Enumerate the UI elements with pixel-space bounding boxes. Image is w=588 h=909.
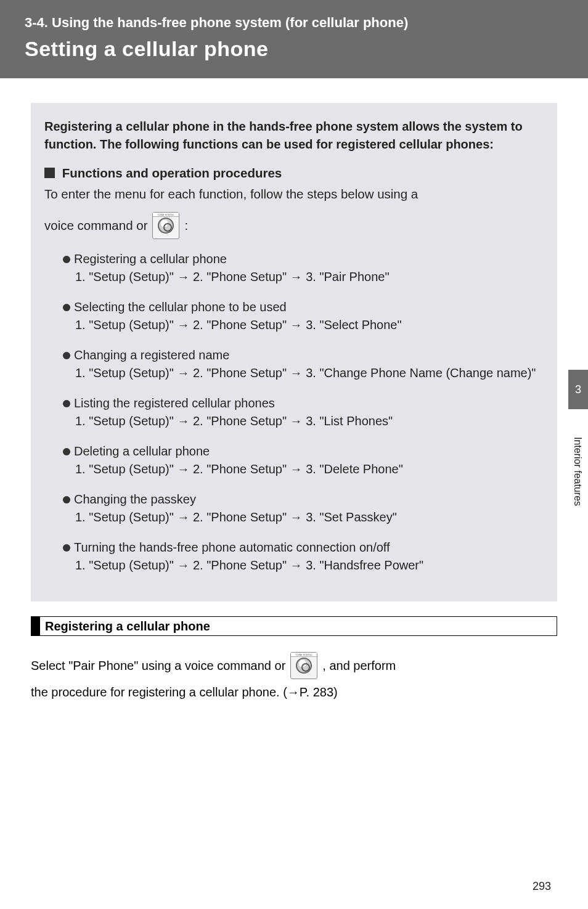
disc-bullet-icon bbox=[63, 400, 70, 407]
item-title: Changing the passkey bbox=[74, 492, 196, 506]
header-title: Setting a cellular phone bbox=[25, 37, 563, 61]
item-body: 1. "Setup (Setup)" → 2. "Phone Setup" → … bbox=[63, 556, 544, 574]
item-title: Listing the registered cellular phones bbox=[74, 396, 275, 410]
list-item: Listing the registered cellular phones 1… bbox=[63, 394, 544, 430]
chapter-label: Interior features bbox=[570, 419, 586, 524]
content-block: Registering a cellular phone in the hand… bbox=[31, 103, 557, 601]
item-body: 1. "Setup (Setup)" → 2. "Phone Setup" → … bbox=[63, 412, 544, 430]
list-item: Turning the hands-free phone automatic c… bbox=[63, 539, 544, 574]
disc-bullet-icon bbox=[63, 448, 70, 455]
lead2-after: : bbox=[184, 218, 188, 233]
section-lead-line2: voice command or TUNE SCROLL : bbox=[44, 212, 544, 239]
registering-line1-before: Select "Pair Phone" using a voice comman… bbox=[31, 654, 285, 677]
title-bar-icon bbox=[31, 617, 40, 635]
square-bullet-icon bbox=[44, 168, 55, 178]
header-super: 3-4. Using the hands-free phone system (… bbox=[25, 15, 563, 31]
item-body: 1. "Setup (Setup)" → 2. "Phone Setup" → … bbox=[63, 364, 544, 382]
registering-section: Registering a cellular phone Select "Pai… bbox=[31, 616, 557, 704]
item-title: Deleting a cellular phone bbox=[74, 444, 210, 458]
item-body: 1. "Setup (Setup)" → 2. "Phone Setup" → … bbox=[63, 508, 544, 526]
item-body: 1. "Setup (Setup)" → 2. "Phone Setup" → … bbox=[63, 268, 544, 286]
list-item: Registering a cellular phone 1. "Setup (… bbox=[63, 250, 544, 286]
lead2-before: voice command or bbox=[44, 218, 147, 233]
disc-bullet-icon bbox=[63, 544, 70, 552]
registering-title-row: Registering a cellular phone bbox=[31, 616, 557, 636]
item-title: Changing a registered name bbox=[74, 348, 229, 362]
manual-page: 3-4. Using the hands-free phone system (… bbox=[0, 0, 588, 909]
list-item: Changing a registered name 1. "Setup (Se… bbox=[63, 346, 544, 382]
disc-bullet-icon bbox=[63, 304, 70, 311]
chapter-tab: 3 bbox=[568, 370, 588, 409]
section-lead-line1: To enter the menu for each function, fol… bbox=[44, 185, 544, 203]
tune-knob-icon: TUNE SCROLL bbox=[152, 212, 179, 239]
item-body: 1. "Setup (Setup)" → 2. "Phone Setup" → … bbox=[63, 460, 544, 478]
list-item: Deleting a cellular phone 1. "Setup (Set… bbox=[63, 442, 544, 478]
registering-title: Registering a cellular phone bbox=[40, 617, 215, 635]
header-bar: 3-4. Using the hands-free phone system (… bbox=[0, 0, 588, 78]
disc-bullet-icon bbox=[63, 352, 70, 359]
disc-bullet-icon bbox=[63, 496, 70, 503]
item-title: Turning the hands-free phone automatic c… bbox=[74, 540, 390, 554]
intro-text: Registering a cellular phone in the hand… bbox=[44, 118, 544, 153]
disc-bullet-icon bbox=[63, 256, 70, 263]
list-item: Selecting the cellular phone to be used … bbox=[63, 298, 544, 334]
function-list: Registering a cellular phone 1. "Setup (… bbox=[44, 250, 544, 574]
item-body: 1. "Setup (Setup)" → 2. "Phone Setup" → … bbox=[63, 316, 544, 334]
item-title: Selecting the cellular phone to be used bbox=[74, 300, 287, 314]
section-heading: Functions and operation procedures bbox=[44, 166, 544, 181]
registering-line1: Select "Pair Phone" using a voice comman… bbox=[31, 652, 557, 679]
tune-knob-icon: TUNE SCROLL bbox=[290, 652, 317, 679]
registering-body: Select "Pair Phone" using a voice comman… bbox=[31, 652, 557, 704]
registering-line1-after: , and perform bbox=[322, 654, 396, 677]
page-number: 293 bbox=[533, 880, 551, 893]
item-title: Registering a cellular phone bbox=[74, 252, 227, 266]
list-item: Changing the passkey 1. "Setup (Setup)" … bbox=[63, 491, 544, 526]
registering-line2: the procedure for registering a cellular… bbox=[31, 680, 557, 704]
section-heading-text: Functions and operation procedures bbox=[62, 166, 282, 180]
